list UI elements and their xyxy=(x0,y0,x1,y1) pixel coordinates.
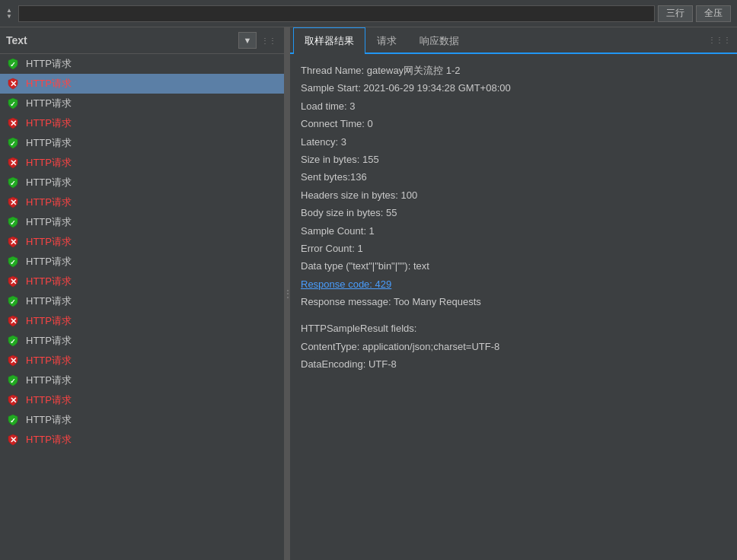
item-label: HTTP请求 xyxy=(26,77,72,91)
top-bar-input[interactable] xyxy=(18,5,655,22)
green-shield-icon: ✓ xyxy=(6,334,20,348)
red-error-icon: ✕ xyxy=(6,116,20,130)
list-item[interactable]: ✕ HTTP请求 xyxy=(0,390,284,410)
list-item[interactable]: ✓ HTTP请求 xyxy=(0,331,284,351)
svg-text:✕: ✕ xyxy=(10,119,17,128)
list-item[interactable]: ✕ HTTP请求 xyxy=(0,153,284,173)
list-item[interactable]: ✓ HTTP请求 xyxy=(0,252,284,272)
list-item[interactable]: ✓ HTTP请求 xyxy=(0,410,284,430)
item-label: HTTP请求 xyxy=(26,215,72,229)
right-panel: 取样器结果 请求 响应数据 ⋮⋮⋮ Thread Name: gateway网关… xyxy=(290,27,737,560)
svg-text:✓: ✓ xyxy=(10,61,16,68)
item-label: HTTP请求 xyxy=(26,374,72,387)
item-label: HTTP请求 xyxy=(26,136,72,150)
svg-text:✕: ✕ xyxy=(10,317,17,326)
svg-text:✕: ✕ xyxy=(10,79,17,88)
svg-text:✕: ✕ xyxy=(10,237,17,247)
tabs-bar: 取样器结果 请求 响应数据 ⋮⋮⋮ xyxy=(290,27,737,54)
error-count: Error Count: 1 xyxy=(301,240,726,257)
content-area: Thread Name: gateway网关流控 1-2 Sample Star… xyxy=(290,54,737,560)
btn-three-rows[interactable]: 三行 xyxy=(658,5,693,22)
list-item[interactable]: ✓ HTTP请求 xyxy=(0,54,284,74)
svg-text:✕: ✕ xyxy=(10,356,17,365)
tab-request[interactable]: 请求 xyxy=(365,27,408,54)
item-label: HTTP请求 xyxy=(26,116,72,130)
data-type: Data type ("text"|"bin"|""): text xyxy=(301,257,726,275)
red-error-icon: ✕ xyxy=(6,433,20,447)
item-label: HTTP请求 xyxy=(26,393,72,407)
svg-text:✓: ✓ xyxy=(10,338,16,345)
latency: Latency: 3 xyxy=(301,133,726,151)
headers-size: Headers size in bytes: 100 xyxy=(301,186,726,204)
list-item[interactable]: ✕ HTTP请求 xyxy=(0,232,284,252)
http-fields: HTTPSampleResult fields: xyxy=(301,320,726,337)
left-header: Text ▼ ⋮⋮ xyxy=(0,27,284,54)
response-message: Response message: Too Many Requests xyxy=(301,293,726,310)
load-time: Load time: 3 xyxy=(301,97,726,115)
list-item[interactable]: ✕ HTTP请求 xyxy=(0,74,284,94)
left-panel: Text ▼ ⋮⋮ ✓ HTTP请求 ✕ HTTP请求 ✓ HTTP请求 ✕ H… xyxy=(0,27,286,560)
svg-text:✓: ✓ xyxy=(10,140,16,148)
connect-time: Connect Time: 0 xyxy=(301,115,726,132)
item-label: HTTP请求 xyxy=(26,294,72,308)
drag-handle: ⋮⋮ xyxy=(260,37,278,45)
list-item[interactable]: ✓ HTTP请求 xyxy=(0,173,284,192)
svg-text:✕: ✕ xyxy=(10,435,17,444)
list-item[interactable]: ✕ HTTP请求 xyxy=(0,192,284,212)
item-label: HTTP请求 xyxy=(26,275,72,288)
body-size: Body size in bytes: 55 xyxy=(301,204,726,221)
green-shield-icon: ✓ xyxy=(6,97,20,110)
item-label: HTTP请求 xyxy=(26,97,72,110)
list-item[interactable]: ✓ HTTP请求 xyxy=(0,291,284,311)
svg-text:✓: ✓ xyxy=(10,180,16,187)
tab-response-data[interactable]: 响应数据 xyxy=(408,27,471,54)
list-item[interactable]: ✕ HTTP请求 xyxy=(0,113,284,133)
list-item[interactable]: ✓ HTTP请求 xyxy=(0,94,284,113)
list-item[interactable]: ✕ HTTP请求 xyxy=(0,430,284,450)
svg-text:✕: ✕ xyxy=(10,277,17,286)
green-shield-icon: ✓ xyxy=(6,374,20,387)
sample-start: Sample Start: 2021-06-29 19:34:28 GMT+08… xyxy=(301,79,726,97)
item-label: HTTP请求 xyxy=(26,57,72,71)
red-error-icon: ✕ xyxy=(6,314,20,328)
response-code[interactable]: Response code: 429 xyxy=(301,275,726,293)
green-shield-icon: ✓ xyxy=(6,294,20,308)
item-label: HTTP请求 xyxy=(26,176,72,189)
request-list: ✓ HTTP请求 ✕ HTTP请求 ✓ HTTP请求 ✕ HTTP请求 ✓ HT… xyxy=(0,54,284,560)
svg-text:✓: ✓ xyxy=(10,259,16,266)
red-error-icon: ✕ xyxy=(6,354,20,368)
list-item[interactable]: ✕ HTTP请求 xyxy=(0,351,284,371)
red-error-icon: ✕ xyxy=(6,77,20,91)
svg-text:✕: ✕ xyxy=(10,396,17,405)
red-error-icon: ✕ xyxy=(6,235,20,249)
list-item[interactable]: ✕ HTTP请求 xyxy=(0,272,284,291)
thread-name: Thread Name: gateway网关流控 1-2 xyxy=(301,62,726,79)
svg-text:✓: ✓ xyxy=(10,219,16,227)
svg-text:✓: ✓ xyxy=(10,417,16,425)
item-label: HTTP请求 xyxy=(26,196,72,209)
list-item[interactable]: ✕ HTTP请求 xyxy=(0,311,284,331)
svg-text:✓: ✓ xyxy=(10,100,16,108)
item-label: HTTP请求 xyxy=(26,433,72,447)
item-label: HTTP请求 xyxy=(26,413,72,427)
item-label: HTTP请求 xyxy=(26,334,72,348)
list-item[interactable]: ✓ HTTP请求 xyxy=(0,133,284,153)
size-bytes: Size in bytes: 155 xyxy=(301,151,726,168)
red-error-icon: ✕ xyxy=(6,393,20,407)
red-error-icon: ✕ xyxy=(6,196,20,209)
sent-bytes: Sent bytes:136 xyxy=(301,168,726,186)
list-item[interactable]: ✓ HTTP请求 xyxy=(0,371,284,390)
list-item[interactable]: ✓ HTTP请求 xyxy=(0,212,284,232)
main-container: Text ▼ ⋮⋮ ✓ HTTP请求 ✕ HTTP请求 ✓ HTTP请求 ✕ H… xyxy=(0,27,737,560)
btn-full-compress[interactable]: 全压 xyxy=(696,5,731,22)
green-shield-icon: ✓ xyxy=(6,176,20,189)
svg-text:✕: ✕ xyxy=(10,198,17,207)
item-label: HTTP请求 xyxy=(26,354,72,368)
svg-text:✕: ✕ xyxy=(10,158,17,167)
filter-dropdown-button[interactable]: ▼ xyxy=(238,32,257,49)
item-label: HTTP请求 xyxy=(26,255,72,269)
sample-count: Sample Count: 1 xyxy=(301,222,726,240)
content-type: ContentType: application/json;charset=UT… xyxy=(301,338,726,355)
top-bar: ▲ ▼ 三行 全压 xyxy=(0,0,737,27)
tab-sampler-result[interactable]: 取样器结果 xyxy=(293,27,365,54)
